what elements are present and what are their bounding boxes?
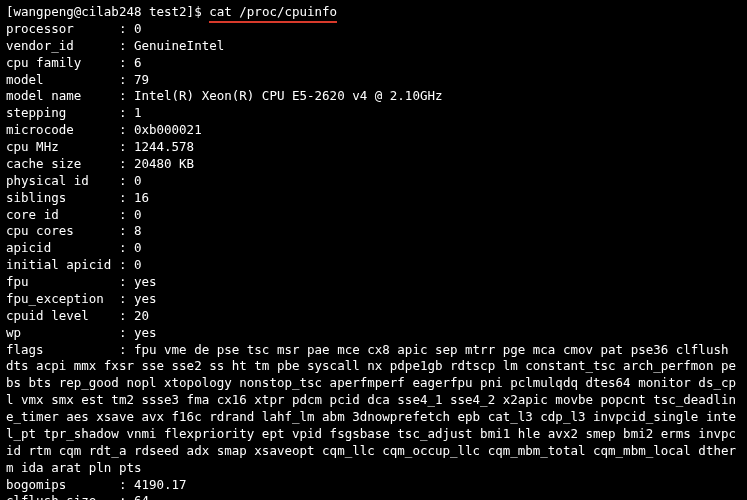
cpuinfo-row: clflush size : 64: [6, 493, 741, 500]
cpuinfo-row: wp : yes: [6, 325, 741, 342]
cpuinfo-row: model name : Intel(R) Xeon(R) CPU E5-262…: [6, 88, 741, 105]
cpuinfo-row: apicid : 0: [6, 240, 741, 257]
command-output: processor : 0vendor_id : GenuineIntelcpu…: [6, 21, 741, 500]
cpuinfo-row: physical id : 0: [6, 173, 741, 190]
cpuinfo-row: cache size : 20480 KB: [6, 156, 741, 173]
cpuinfo-row: fpu_exception : yes: [6, 291, 741, 308]
cpuinfo-row: siblings : 16: [6, 190, 741, 207]
cpuinfo-row: cpu MHz : 1244.578: [6, 139, 741, 156]
cpuinfo-row: initial apicid : 0: [6, 257, 741, 274]
cpuinfo-row: processor : 0: [6, 21, 741, 38]
shell-prompt: [wangpeng@cilab248 test2]$: [6, 4, 209, 19]
shell-prompt-line[interactable]: [wangpeng@cilab248 test2]$ cat /proc/cpu…: [6, 4, 741, 21]
cpuinfo-row: cpu family : 6: [6, 55, 741, 72]
cpuinfo-row: stepping : 1: [6, 105, 741, 122]
cpuinfo-row: cpu cores : 8: [6, 223, 741, 240]
cpuinfo-row: vendor_id : GenuineIntel: [6, 38, 741, 55]
shell-command: cat /proc/cpuinfo: [209, 4, 337, 21]
cpuinfo-row: cpuid level : 20: [6, 308, 741, 325]
cpuinfo-row: model : 79: [6, 72, 741, 89]
cpuinfo-flags-row: flags : fpu vme de pse tsc msr pae mce c…: [6, 342, 741, 477]
cpuinfo-row: core id : 0: [6, 207, 741, 224]
cpuinfo-row: microcode : 0xb000021: [6, 122, 741, 139]
cpuinfo-row: bogomips : 4190.17: [6, 477, 741, 494]
cpuinfo-row: fpu : yes: [6, 274, 741, 291]
